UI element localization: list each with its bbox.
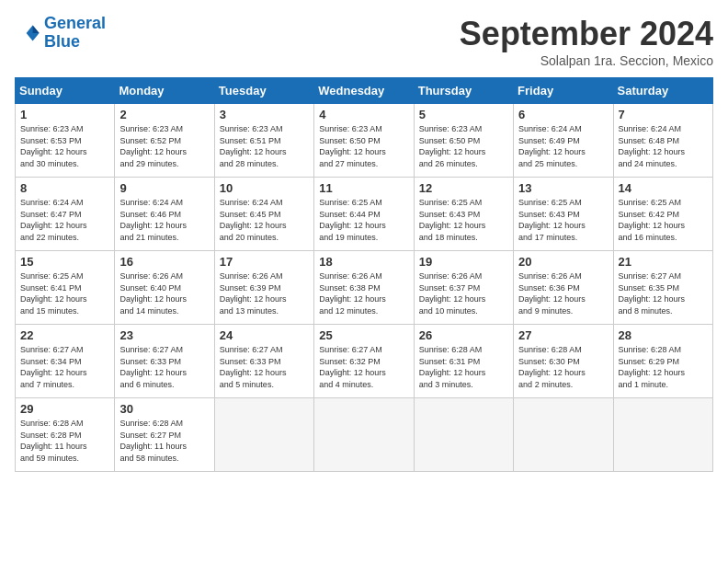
day-number: 20 xyxy=(518,255,608,269)
week-row-5: 29Sunrise: 6:28 AMSunset: 6:28 PMDayligh… xyxy=(16,398,713,472)
calendar-day: 21Sunrise: 6:27 AMSunset: 6:35 PMDayligh… xyxy=(613,251,712,325)
calendar-day: 28Sunrise: 6:28 AMSunset: 6:29 PMDayligh… xyxy=(613,325,712,398)
col-wednesday: Wednesday xyxy=(314,78,414,104)
calendar-day: 7Sunrise: 6:24 AMSunset: 6:48 PMDaylight… xyxy=(613,104,712,178)
day-number: 10 xyxy=(220,181,309,195)
page-header: General Blue September 2024 Solalpan 1ra… xyxy=(15,15,713,68)
location-subtitle: Solalpan 1ra. Seccion, Mexico xyxy=(460,53,713,68)
svg-marker-1 xyxy=(33,25,40,32)
day-detail: Sunrise: 6:24 AMSunset: 6:47 PMDaylight:… xyxy=(20,197,109,243)
day-detail: Sunrise: 6:27 AMSunset: 6:32 PMDaylight:… xyxy=(319,344,408,390)
logo-blue: Blue xyxy=(44,32,80,51)
logo-icon xyxy=(15,20,40,46)
calendar-header-row: Sunday Monday Tuesday Wednesday Thursday… xyxy=(16,78,713,104)
calendar-day: 11Sunrise: 6:25 AMSunset: 6:44 PMDayligh… xyxy=(314,178,414,251)
day-number: 17 xyxy=(220,255,309,269)
day-number: 5 xyxy=(419,108,508,121)
calendar-day: 16Sunrise: 6:26 AMSunset: 6:40 PMDayligh… xyxy=(115,251,214,325)
week-row-1: 1Sunrise: 6:23 AMSunset: 6:53 PMDaylight… xyxy=(16,104,713,178)
calendar-table: Sunday Monday Tuesday Wednesday Thursday… xyxy=(15,77,713,472)
day-number: 30 xyxy=(119,402,209,416)
day-number: 13 xyxy=(518,181,608,195)
calendar-day xyxy=(613,398,712,472)
day-detail: Sunrise: 6:24 AMSunset: 6:48 PMDaylight:… xyxy=(619,123,708,169)
calendar-day: 18Sunrise: 6:26 AMSunset: 6:38 PMDayligh… xyxy=(314,251,414,325)
day-detail: Sunrise: 6:28 AMSunset: 6:29 PMDaylight:… xyxy=(619,344,708,390)
col-sunday: Sunday xyxy=(16,78,115,104)
day-detail: Sunrise: 6:23 AMSunset: 6:53 PMDaylight:… xyxy=(20,123,109,169)
day-number: 1 xyxy=(20,108,109,121)
calendar-day: 17Sunrise: 6:26 AMSunset: 6:39 PMDayligh… xyxy=(214,251,313,325)
day-number: 18 xyxy=(319,255,408,269)
day-number: 6 xyxy=(518,108,608,121)
day-detail: Sunrise: 6:27 AMSunset: 6:33 PMDaylight:… xyxy=(119,344,209,390)
col-saturday: Saturday xyxy=(613,78,712,104)
calendar-day: 25Sunrise: 6:27 AMSunset: 6:32 PMDayligh… xyxy=(314,325,414,398)
day-detail: Sunrise: 6:28 AMSunset: 6:27 PMDaylight:… xyxy=(119,418,209,464)
day-detail: Sunrise: 6:25 AMSunset: 6:42 PMDaylight:… xyxy=(619,197,708,243)
calendar-day: 19Sunrise: 6:26 AMSunset: 6:37 PMDayligh… xyxy=(414,251,513,325)
day-number: 8 xyxy=(20,181,109,195)
week-row-2: 8Sunrise: 6:24 AMSunset: 6:47 PMDaylight… xyxy=(16,178,713,251)
calendar-day: 20Sunrise: 6:26 AMSunset: 6:36 PMDayligh… xyxy=(514,251,613,325)
day-detail: Sunrise: 6:23 AMSunset: 6:50 PMDaylight:… xyxy=(319,123,408,169)
calendar-day: 9Sunrise: 6:24 AMSunset: 6:46 PMDaylight… xyxy=(115,178,214,251)
day-number: 14 xyxy=(619,181,708,195)
month-title: September 2024 xyxy=(460,15,713,53)
day-number: 7 xyxy=(619,108,708,121)
day-detail: Sunrise: 6:24 AMSunset: 6:45 PMDaylight:… xyxy=(220,197,309,243)
calendar-day: 24Sunrise: 6:27 AMSunset: 6:33 PMDayligh… xyxy=(214,325,313,398)
day-detail: Sunrise: 6:24 AMSunset: 6:49 PMDaylight:… xyxy=(518,123,608,169)
calendar-day: 2Sunrise: 6:23 AMSunset: 6:52 PMDaylight… xyxy=(115,104,214,178)
title-block: September 2024 Solalpan 1ra. Seccion, Me… xyxy=(460,15,713,68)
logo-text: General Blue xyxy=(44,15,106,52)
day-number: 2 xyxy=(119,108,209,121)
day-detail: Sunrise: 6:28 AMSunset: 6:30 PMDaylight:… xyxy=(518,344,608,390)
calendar-day: 5Sunrise: 6:23 AMSunset: 6:50 PMDaylight… xyxy=(414,104,513,178)
day-detail: Sunrise: 6:25 AMSunset: 6:41 PMDaylight:… xyxy=(20,270,109,316)
calendar-day: 6Sunrise: 6:24 AMSunset: 6:49 PMDaylight… xyxy=(514,104,613,178)
col-tuesday: Tuesday xyxy=(214,78,313,104)
calendar-day: 29Sunrise: 6:28 AMSunset: 6:28 PMDayligh… xyxy=(16,398,115,472)
day-number: 24 xyxy=(220,328,309,342)
week-row-4: 22Sunrise: 6:27 AMSunset: 6:34 PMDayligh… xyxy=(16,325,713,398)
day-number: 23 xyxy=(119,328,209,342)
calendar-day: 15Sunrise: 6:25 AMSunset: 6:41 PMDayligh… xyxy=(16,251,115,325)
day-detail: Sunrise: 6:26 AMSunset: 6:36 PMDaylight:… xyxy=(518,270,608,316)
day-detail: Sunrise: 6:26 AMSunset: 6:38 PMDaylight:… xyxy=(319,270,408,316)
calendar-day: 30Sunrise: 6:28 AMSunset: 6:27 PMDayligh… xyxy=(115,398,214,472)
day-detail: Sunrise: 6:25 AMSunset: 6:43 PMDaylight:… xyxy=(419,197,508,243)
calendar-day xyxy=(214,398,313,472)
calendar-day xyxy=(414,398,513,472)
day-detail: Sunrise: 6:28 AMSunset: 6:31 PMDaylight:… xyxy=(419,344,508,390)
day-detail: Sunrise: 6:25 AMSunset: 6:44 PMDaylight:… xyxy=(319,197,408,243)
day-detail: Sunrise: 6:26 AMSunset: 6:39 PMDaylight:… xyxy=(220,270,309,316)
day-number: 22 xyxy=(20,328,109,342)
calendar-day: 14Sunrise: 6:25 AMSunset: 6:42 PMDayligh… xyxy=(613,178,712,251)
col-monday: Monday xyxy=(115,78,214,104)
day-detail: Sunrise: 6:23 AMSunset: 6:50 PMDaylight:… xyxy=(419,123,508,169)
day-number: 16 xyxy=(119,255,209,269)
calendar-day xyxy=(314,398,414,472)
day-number: 15 xyxy=(20,255,109,269)
calendar-day: 26Sunrise: 6:28 AMSunset: 6:31 PMDayligh… xyxy=(414,325,513,398)
day-detail: Sunrise: 6:23 AMSunset: 6:51 PMDaylight:… xyxy=(220,123,309,169)
calendar-day: 4Sunrise: 6:23 AMSunset: 6:50 PMDaylight… xyxy=(314,104,414,178)
day-number: 27 xyxy=(518,328,608,342)
day-detail: Sunrise: 6:27 AMSunset: 6:33 PMDaylight:… xyxy=(220,344,309,390)
day-number: 9 xyxy=(119,181,209,195)
calendar-day: 23Sunrise: 6:27 AMSunset: 6:33 PMDayligh… xyxy=(115,325,214,398)
calendar-day: 22Sunrise: 6:27 AMSunset: 6:34 PMDayligh… xyxy=(16,325,115,398)
logo-general: General xyxy=(44,14,106,32)
calendar-day: 27Sunrise: 6:28 AMSunset: 6:30 PMDayligh… xyxy=(514,325,613,398)
week-row-3: 15Sunrise: 6:25 AMSunset: 6:41 PMDayligh… xyxy=(16,251,713,325)
calendar-day: 1Sunrise: 6:23 AMSunset: 6:53 PMDaylight… xyxy=(16,104,115,178)
day-number: 3 xyxy=(220,108,309,121)
day-number: 25 xyxy=(319,328,408,342)
day-number: 12 xyxy=(419,181,508,195)
day-detail: Sunrise: 6:28 AMSunset: 6:28 PMDaylight:… xyxy=(20,418,109,464)
day-detail: Sunrise: 6:27 AMSunset: 6:35 PMDaylight:… xyxy=(619,270,708,316)
day-number: 11 xyxy=(319,181,408,195)
calendar-day: 12Sunrise: 6:25 AMSunset: 6:43 PMDayligh… xyxy=(414,178,513,251)
calendar-day: 13Sunrise: 6:25 AMSunset: 6:43 PMDayligh… xyxy=(514,178,613,251)
